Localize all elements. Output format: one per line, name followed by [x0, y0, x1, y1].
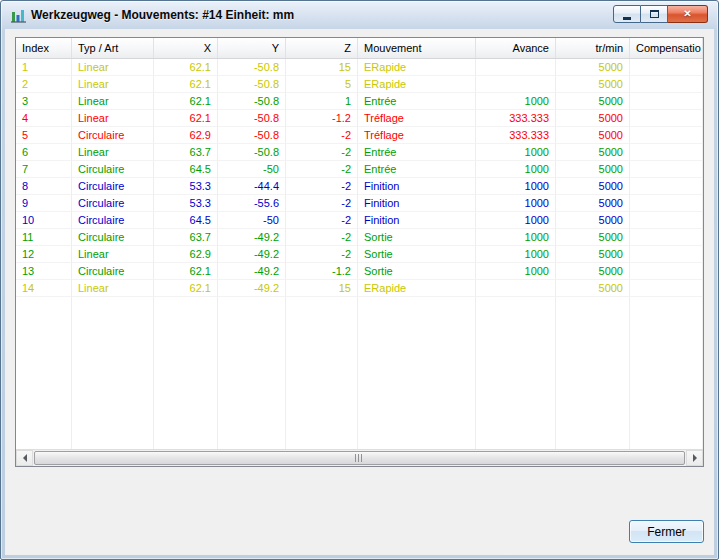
cell-y: -50.8 — [218, 110, 286, 127]
cell-type: Linear — [72, 93, 154, 110]
cell-type: Linear — [72, 76, 154, 93]
column-header-type[interactable]: Typ / Art — [72, 38, 154, 58]
cell-z: 15 — [286, 280, 358, 297]
table-row[interactable]: 14Linear62.1-49.215ERapide5000 — [16, 280, 703, 297]
cell-type: Circulaire — [72, 161, 154, 178]
cell-rpm: 5000 — [556, 93, 630, 110]
cell-x: 62.9 — [154, 127, 218, 144]
cell-y: -50.8 — [218, 93, 286, 110]
cell-type: Linear — [72, 246, 154, 263]
close-button[interactable]: ✕ — [668, 5, 708, 23]
column-header-compensation[interactable]: Compensatio — [630, 38, 703, 58]
minimize-button[interactable] — [613, 5, 641, 23]
column-header-x[interactable]: X — [154, 38, 218, 58]
scrollbar-track[interactable] — [33, 450, 686, 466]
table-row[interactable]: 5Circulaire62.9-50.8-2Tréflage333.333500… — [16, 127, 703, 144]
scroll-left-button[interactable] — [16, 450, 33, 466]
cell-movement: Entrée — [358, 93, 476, 110]
fermer-button[interactable]: Fermer — [629, 520, 704, 543]
filler-cell — [286, 297, 358, 449]
cell-index: 10 — [16, 212, 72, 229]
cell-index: 13 — [16, 263, 72, 280]
column-header-y[interactable]: Y — [218, 38, 286, 58]
table-row[interactable]: 8Circulaire53.3-44.4-2Finition10005000 — [16, 178, 703, 195]
table-row[interactable]: 11Circulaire63.7-49.2-2Sortie10005000 — [16, 229, 703, 246]
cell-type: Linear — [72, 110, 154, 127]
cell-index: 4 — [16, 110, 72, 127]
cell-y: -50.8 — [218, 76, 286, 93]
window: Werkzeugweg - Mouvements: #14 Einheit: m… — [0, 0, 719, 560]
cell-feed: 333.333 — [476, 110, 556, 127]
column-header-feed[interactable]: Avance — [476, 38, 556, 58]
cell-comp — [630, 280, 703, 297]
cell-feed: 1000 — [476, 178, 556, 195]
cell-type: Circulaire — [72, 229, 154, 246]
cell-index: 14 — [16, 280, 72, 297]
cell-rpm: 5000 — [556, 195, 630, 212]
cell-z: -2 — [286, 127, 358, 144]
cell-feed — [476, 76, 556, 93]
cell-rpm: 5000 — [556, 212, 630, 229]
cell-movement: ERapide — [358, 280, 476, 297]
table-row[interactable]: 1Linear62.1-50.815ERapide5000 — [16, 59, 703, 76]
cell-z: -2 — [286, 144, 358, 161]
maximize-button[interactable] — [641, 5, 668, 23]
cell-index: 8 — [16, 178, 72, 195]
cell-movement: Entrée — [358, 144, 476, 161]
cell-rpm: 5000 — [556, 59, 630, 76]
table-row[interactable]: 7Circulaire64.5-50-2Entrée10005000 — [16, 161, 703, 178]
table-row[interactable]: 10Circulaire64.5-50-2Finition10005000 — [16, 212, 703, 229]
cell-x: 64.5 — [154, 212, 218, 229]
cell-rpm: 5000 — [556, 246, 630, 263]
table-row[interactable]: 12Linear62.9-49.2-2Sortie10005000 — [16, 246, 703, 263]
cell-movement: ERapide — [358, 76, 476, 93]
filler-cell — [358, 297, 476, 449]
column-header-index[interactable]: Index — [16, 38, 72, 58]
column-header-z[interactable]: Z — [286, 38, 358, 58]
cell-index: 3 — [16, 93, 72, 110]
cell-movement: Finition — [358, 195, 476, 212]
table-row[interactable]: 3Linear62.1-50.81Entrée10005000 — [16, 93, 703, 110]
cell-y: -50 — [218, 161, 286, 178]
cell-movement: Finition — [358, 212, 476, 229]
filler-cell — [556, 297, 630, 449]
cell-type: Circulaire — [72, 263, 154, 280]
table-row[interactable]: 13Circulaire62.1-49.2-1.2Sortie10005000 — [16, 263, 703, 280]
filler-cell — [16, 297, 72, 449]
scroll-right-button[interactable] — [686, 450, 703, 466]
scrollbar-thumb[interactable] — [34, 451, 685, 465]
table-row[interactable]: 2Linear62.1-50.85ERapide5000 — [16, 76, 703, 93]
client-area: Index Typ / Art X Y Z Mouvement Avance t… — [5, 29, 714, 555]
cell-z: 15 — [286, 59, 358, 76]
horizontal-scrollbar[interactable] — [16, 449, 703, 466]
cell-rpm: 5000 — [556, 280, 630, 297]
table-row[interactable]: 6Linear63.7-50.8-2Entrée10005000 — [16, 144, 703, 161]
cell-z: 1 — [286, 93, 358, 110]
column-header-rpm[interactable]: tr/min — [556, 38, 630, 58]
column-header-movement[interactable]: Mouvement — [358, 38, 476, 58]
table-row[interactable]: 9Circulaire53.3-55.6-2Finition10005000 — [16, 195, 703, 212]
app-icon — [11, 8, 26, 23]
cell-x: 63.7 — [154, 229, 218, 246]
footer: Fermer — [15, 520, 704, 543]
cell-movement: Sortie — [358, 263, 476, 280]
cell-index: 11 — [16, 229, 72, 246]
cell-x: 63.7 — [154, 144, 218, 161]
cell-type: Linear — [72, 59, 154, 76]
cell-comp — [630, 161, 703, 178]
cell-type: Circulaire — [72, 127, 154, 144]
cell-rpm: 5000 — [556, 178, 630, 195]
filler-cell — [218, 297, 286, 449]
cell-index: 5 — [16, 127, 72, 144]
cell-x: 64.5 — [154, 161, 218, 178]
cell-movement: Sortie — [358, 246, 476, 263]
cell-y: -50.8 — [218, 144, 286, 161]
cell-z: -2 — [286, 246, 358, 263]
cell-x: 53.3 — [154, 195, 218, 212]
cell-type: Circulaire — [72, 178, 154, 195]
cell-x: 62.1 — [154, 263, 218, 280]
cell-feed: 1000 — [476, 195, 556, 212]
scrollbar-grip-icon — [355, 454, 364, 462]
cell-x: 62.1 — [154, 93, 218, 110]
table-row[interactable]: 4Linear62.1-50.8-1.2Tréflage333.3335000 — [16, 110, 703, 127]
